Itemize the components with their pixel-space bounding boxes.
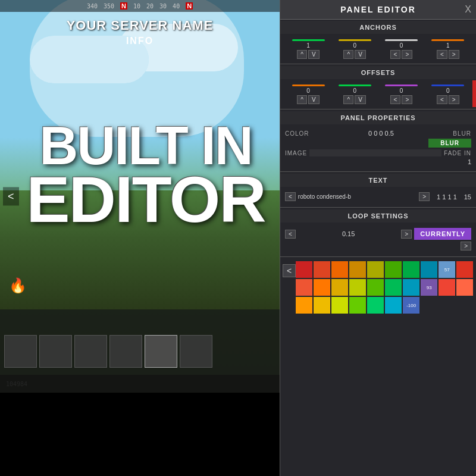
offset-left-2[interactable]: < [437, 95, 447, 104]
inv-slot-5[interactable] [145, 335, 177, 368]
offset-right-2[interactable]: > [449, 95, 459, 104]
swatch-green-5[interactable] [349, 297, 366, 314]
offset-ctrl-group-3: < > [390, 95, 413, 104]
swatch-orange-2[interactable] [349, 261, 366, 278]
divider-4 [280, 207, 476, 208]
offset-slider-blue [431, 84, 464, 86]
loop-down-button[interactable]: > [461, 242, 471, 250]
offset-right-1[interactable]: > [402, 95, 412, 104]
compass-north2: N [186, 2, 193, 10]
ruler-mark-40: 40 [173, 3, 180, 10]
swatch-red-6[interactable] [456, 279, 473, 296]
palette-rows: 57 93 -100 [296, 261, 476, 314]
inv-slot-3[interactable] [74, 335, 107, 368]
swatch-yellow-2[interactable] [331, 279, 348, 296]
anchor-up-1[interactable]: ^ [297, 50, 307, 59]
loop-settings-header: LOOP SETTINGS [280, 209, 476, 223]
ruler-mark-350: 350 [104, 3, 114, 10]
anchor-up-2[interactable]: ^ [343, 50, 353, 59]
anchor-left-2[interactable]: < [437, 50, 447, 59]
swatch-orange-4[interactable] [296, 297, 312, 314]
anchor-down-1[interactable]: V [308, 50, 320, 59]
palette-left-button[interactable]: < [283, 264, 296, 277]
swatch-red-5[interactable] [439, 279, 455, 296]
panel-editor-title: PANEL EDITOR [340, 5, 416, 14]
color-label: COLOR [285, 130, 309, 137]
image-row: IMAGE FADE IN [285, 149, 471, 156]
torch-item: 🔥 [6, 274, 30, 298]
loop-down-row: > [285, 242, 471, 250]
offset-val-2: 0 [353, 87, 357, 94]
currently-button[interactable]: CURRENTLY [414, 228, 471, 240]
anchor-slider-3: 0 [378, 39, 425, 49]
inv-slot-4[interactable] [109, 335, 142, 368]
offsets-section-header: OFFSETS [280, 66, 476, 79]
swatch-lime-1[interactable] [349, 279, 366, 296]
anchor-left-1[interactable]: < [390, 50, 401, 59]
panel-close-button[interactable]: X [465, 4, 471, 15]
swatch-lime-2[interactable] [331, 297, 348, 314]
swatch-green-4[interactable] [385, 279, 402, 296]
font-next-button[interactable]: > [419, 192, 430, 201]
offset-slider-3: 0 [378, 84, 425, 94]
swatch-yellow-3[interactable] [314, 297, 330, 314]
swatch-green-6[interactable] [367, 297, 384, 314]
anchor-val-2: 0 [353, 42, 357, 49]
offset-left-1[interactable]: < [390, 95, 401, 104]
offset-up-2[interactable]: ^ [343, 95, 353, 104]
blur-label-1: BLUR [453, 130, 471, 137]
properties-wrapper: COLOR 0 0 0 0.5 BLUR BLUR IMAGE FADE IN … [280, 126, 476, 170]
loop-controls-row: < 0.15 > CURRENTLY [285, 228, 471, 240]
offset-down-2[interactable]: V [355, 95, 366, 104]
anchor-controls: ^ V ^ V < > < > [285, 50, 471, 59]
swatch-cyan-2[interactable] [403, 279, 419, 296]
properties-section: COLOR 0 0 0 0.5 BLUR BLUR IMAGE FADE IN … [280, 126, 476, 170]
anchors-section: 1 0 0 1 ^ V ^ V [280, 35, 476, 62]
color-palette: 57 93 -100 [296, 261, 476, 314]
swatch-red-3[interactable] [456, 261, 473, 278]
inv-slot-1[interactable] [4, 335, 37, 368]
image-label: IMAGE [285, 150, 307, 156]
swatch-blue-special2[interactable]: -100 [403, 297, 419, 314]
offset-down-1[interactable]: V [308, 95, 320, 104]
offsets-wrapper: 0 0 0 0 ^ V [280, 80, 476, 107]
swatch-yellow-1[interactable] [367, 261, 384, 278]
blur-button[interactable]: BLUR [428, 139, 471, 148]
anchor-down-2[interactable]: V [355, 50, 366, 59]
offset-slider-orange [292, 84, 325, 86]
swatch-red-4[interactable] [296, 279, 312, 296]
blur-btn-row: BLUR [285, 139, 471, 148]
offset-val-1: 0 [306, 87, 310, 94]
swatch-cyan-3[interactable] [385, 297, 402, 314]
font-row: < roboto condensed-b > 1 1 1 1 15 [285, 192, 471, 201]
color-property-row: COLOR 0 0 0 0.5 BLUR [285, 130, 471, 137]
loop-left-button[interactable]: < [285, 230, 296, 239]
offset-slider-green [339, 84, 371, 86]
anchor-right-1[interactable]: > [402, 50, 412, 59]
left-scroll-button[interactable]: < [3, 187, 19, 206]
swatch-red-2[interactable] [314, 261, 330, 278]
palette-container: < 57 93 [280, 259, 476, 316]
inv-slot-6[interactable] [180, 335, 212, 368]
inv-slot-2[interactable] [39, 335, 72, 368]
anchors-section-header: ANCHORS [280, 21, 476, 34]
offset-up-1[interactable]: ^ [297, 95, 307, 104]
anchor-slider-1: 1 [285, 39, 331, 49]
swatch-green-1[interactable] [385, 261, 402, 278]
anchor-slider-orange [431, 39, 464, 41]
anchor-slider-4: 1 [425, 39, 471, 49]
anchor-sliders-row: 1 0 0 1 [285, 38, 471, 50]
swatch-orange-1[interactable] [331, 261, 348, 278]
loop-value-display: 0.15 [298, 230, 399, 237]
swatch-green-3[interactable] [367, 279, 384, 296]
swatch-red-1[interactable] [296, 261, 312, 278]
swatch-cyan-1[interactable] [421, 261, 437, 278]
anchor-right-2[interactable]: > [449, 50, 459, 59]
game-background: 340 350 N 10 20 30 40 N YOUR SERVER NAME… [0, 0, 280, 393]
loop-right-button[interactable]: > [401, 230, 412, 239]
swatch-blue-special[interactable]: 57 [439, 261, 455, 278]
swatch-green-2[interactable] [403, 261, 419, 278]
swatch-orange-3[interactable] [314, 279, 330, 296]
swatch-purple-special[interactable]: 93 [421, 279, 437, 296]
font-prev-button[interactable]: < [285, 192, 296, 201]
